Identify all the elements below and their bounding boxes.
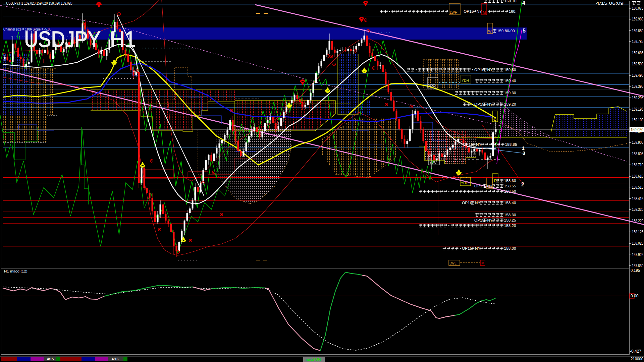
svg-text:159.785: 159.785 bbox=[632, 39, 643, 44]
svg-text:159.590: 159.590 bbox=[632, 62, 643, 66]
svg-text:3: 3 bbox=[523, 150, 525, 156]
svg-text:159.50: 159.50 bbox=[504, 67, 516, 72]
svg-text:OP16: OP16 bbox=[474, 67, 485, 72]
svg-text:159.685: 159.685 bbox=[632, 51, 643, 55]
svg-text:157.925: 157.925 bbox=[632, 252, 643, 257]
svg-text:LWL: LWL bbox=[449, 261, 457, 265]
svg-text:157.830: 157.830 bbox=[632, 263, 643, 268]
svg-text:USDJPY,H1 159.020 159.020 159: USDJPY,H1 159.020 159.020 159.020 159.02… bbox=[6, 1, 72, 6]
svg-text:158.30: 158.30 bbox=[504, 213, 516, 217]
svg-text:158.905: 158.905 bbox=[632, 140, 643, 145]
svg-text:159.40: 159.40 bbox=[504, 78, 516, 83]
svg-text:4/15: 4/15 bbox=[47, 357, 54, 361]
svg-text:159.490: 159.490 bbox=[632, 73, 643, 78]
svg-text:OP15: OP15 bbox=[474, 184, 485, 188]
svg-text:4/15 06:09: 4/15 06:09 bbox=[596, 1, 624, 6]
svg-text:1: 1 bbox=[522, 145, 525, 151]
svg-text:0.00: 0.00 bbox=[631, 294, 639, 298]
svg-text:159.80-90: 159.80-90 bbox=[497, 28, 515, 33]
svg-text:H1 macd (12): H1 macd (12) bbox=[4, 269, 28, 273]
svg-text:158.25: 158.25 bbox=[504, 218, 516, 222]
svg-text:158.85: 158.85 bbox=[505, 142, 517, 146]
svg-text:210000: 210000 bbox=[631, 357, 643, 361]
svg-text:158.20: 158.20 bbox=[504, 223, 516, 228]
svg-text:H1: H1 bbox=[110, 27, 136, 52]
svg-text:OP16: OP16 bbox=[462, 200, 472, 205]
svg-text:158.55: 158.55 bbox=[504, 184, 516, 188]
svg-text:160.: 160. bbox=[509, 9, 517, 13]
svg-text:158.415: 158.415 bbox=[632, 196, 643, 201]
svg-text:159.100: 159.100 bbox=[632, 118, 643, 122]
svg-text:D: D bbox=[494, 179, 497, 183]
svg-text:OP15: OP15 bbox=[463, 142, 473, 146]
svg-text:YDL: YDL bbox=[461, 181, 468, 185]
svg-text:159.20: 159.20 bbox=[504, 102, 516, 106]
svg-text:M: M bbox=[483, 10, 486, 14]
svg-text:159.980: 159.980 bbox=[632, 17, 643, 21]
svg-text:OP15: OP15 bbox=[474, 102, 485, 106]
svg-text:LWH: LWH bbox=[450, 10, 458, 14]
svg-text:158.025: 158.025 bbox=[632, 241, 643, 246]
svg-text:158.60: 158.60 bbox=[504, 178, 516, 183]
svg-text:159.020: 159.020 bbox=[631, 127, 643, 132]
svg-text:158.515: 158.515 bbox=[632, 185, 643, 190]
svg-text:159.295: 159.295 bbox=[632, 96, 643, 100]
svg-text:159.880: 159.880 bbox=[632, 28, 643, 33]
svg-text:0.195: 0.195 bbox=[631, 268, 640, 273]
svg-text:160.075: 160.075 bbox=[632, 6, 643, 11]
svg-text:159.195: 159.195 bbox=[632, 107, 643, 112]
svg-text:M: M bbox=[481, 261, 484, 265]
svg-text:158.50: 158.50 bbox=[504, 189, 516, 193]
svg-text:158.40: 158.40 bbox=[504, 200, 516, 205]
svg-text:YDH: YDH bbox=[462, 78, 469, 82]
svg-text:OP15: OP15 bbox=[462, 246, 472, 250]
svg-text:158.805: 158.805 bbox=[632, 152, 643, 156]
svg-text:D: D bbox=[494, 117, 496, 121]
svg-text:-0.427: -0.427 bbox=[630, 349, 641, 354]
svg-text:158.125: 158.125 bbox=[632, 230, 643, 234]
svg-text:YDC: YDC bbox=[429, 161, 436, 164]
svg-text:Channel size = 1106 Slope = -5: Channel size = 1106 Slope = -5.80 bbox=[3, 27, 51, 31]
svg-text:2: 2 bbox=[521, 182, 524, 187]
svg-text:158.320: 158.320 bbox=[632, 207, 643, 212]
svg-text:4/16: 4/16 bbox=[112, 357, 119, 361]
svg-text:NY: NY bbox=[477, 9, 482, 13]
svg-text:5: 5 bbox=[523, 28, 526, 34]
svg-text:158.00: 158.00 bbox=[504, 246, 516, 250]
svg-text:macd ON: macd ON bbox=[305, 357, 321, 361]
svg-text:OP15: OP15 bbox=[464, 9, 474, 13]
svg-text:158.710: 158.710 bbox=[632, 163, 643, 167]
svg-text:OP15: OP15 bbox=[474, 218, 485, 222]
svg-text:W: W bbox=[488, 29, 492, 33]
svg-text:W: W bbox=[488, 184, 491, 188]
svg-text:160.10: 160.10 bbox=[504, 0, 517, 3]
svg-text:158.610: 158.610 bbox=[632, 174, 643, 179]
svg-text:YDO: YDO bbox=[428, 83, 436, 87]
svg-text:159.30: 159.30 bbox=[504, 90, 516, 95]
svg-text:158.220: 158.220 bbox=[632, 219, 643, 223]
svg-text:159.395: 159.395 bbox=[632, 84, 643, 89]
